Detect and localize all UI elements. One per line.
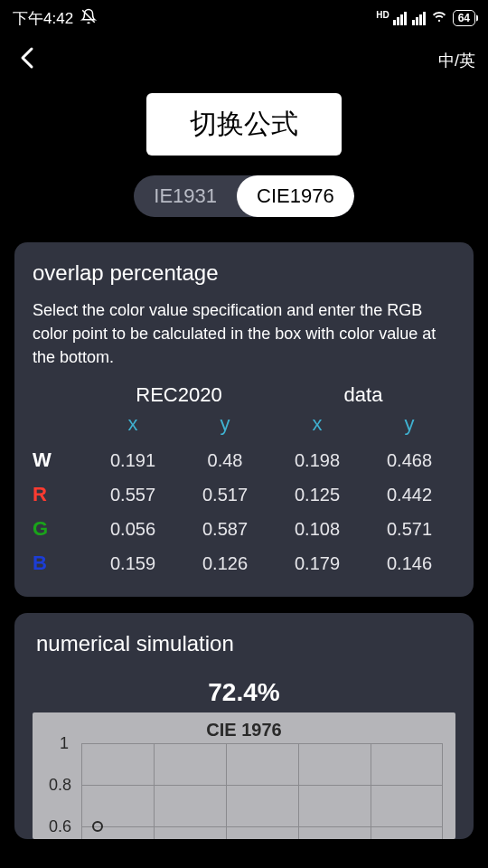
back-button[interactable] [13, 42, 42, 79]
cell: 0.191 [87, 450, 179, 471]
chart-grid [81, 743, 443, 839]
cell: 0.468 [363, 450, 455, 471]
y-tick-1: 1 [60, 734, 69, 753]
overlap-desc: Select the color value specification and… [33, 298, 455, 369]
cell: 0.108 [271, 519, 363, 540]
wifi-icon [431, 8, 447, 29]
table-xy-headers: x y x y [33, 412, 455, 436]
language-toggle[interactable]: 中/英 [438, 50, 475, 71]
dnd-icon [80, 8, 97, 29]
table-row: G 0.056 0.587 0.108 0.571 [33, 512, 455, 546]
signal-2-icon [412, 12, 426, 25]
status-right: HD 64 [376, 8, 475, 29]
hd-icon: HD [376, 10, 389, 20]
segment-cie1976[interactable]: CIE1976 [237, 175, 354, 217]
simulation-percent: 72.4% [33, 678, 455, 707]
cell: 0.517 [179, 485, 271, 505]
cell: 0.587 [179, 519, 271, 540]
group-b-title: data [271, 383, 455, 407]
row-label-r: R [33, 483, 87, 506]
switch-formula-button[interactable]: 切换公式 [146, 93, 342, 156]
signal-1-icon [393, 12, 407, 25]
col-a-y: y [179, 412, 271, 436]
row-label-g: G [33, 517, 87, 541]
cell: 0.557 [87, 485, 179, 505]
cell: 0.126 [179, 553, 271, 574]
status-left: 下午4:42 [13, 8, 97, 29]
table-row: W 0.191 0.48 0.198 0.468 [33, 443, 455, 477]
simulation-title: numerical simulation [33, 631, 455, 656]
segment-cie1931[interactable]: IE1931 [134, 175, 237, 217]
group-a-title: REC2020 [87, 383, 271, 407]
table-row: R 0.557 0.517 0.125 0.442 [33, 477, 455, 512]
cell: 0.198 [271, 450, 363, 471]
cell: 0.179 [271, 553, 363, 574]
col-a-x: x [87, 412, 179, 436]
col-b-y: y [363, 412, 455, 436]
simulation-card: numerical simulation 72.4% CIE 1976 1 0.… [14, 613, 474, 839]
status-bar: 下午4:42 HD 64 [0, 0, 488, 36]
col-b-x: x [271, 412, 363, 436]
nav-row: 中/英 [0, 36, 488, 88]
cell: 0.159 [87, 553, 179, 574]
chart-area: CIE 1976 1 0.8 0.6 [33, 712, 455, 839]
overlap-card: overlap percentage Select the color valu… [14, 242, 474, 597]
cell: 0.571 [363, 519, 455, 540]
y-tick-06: 0.6 [49, 817, 71, 836]
cell: 0.442 [363, 485, 455, 505]
overlap-title: overlap percentage [33, 260, 455, 286]
segment-control: IE1931 CIE1976 [134, 175, 353, 217]
row-label-w: W [33, 448, 87, 472]
chart-title: CIE 1976 [42, 720, 446, 741]
y-tick-08: 0.8 [49, 776, 71, 795]
cell: 0.056 [87, 519, 179, 540]
cell: 0.48 [179, 450, 271, 471]
status-time: 下午4:42 [13, 8, 73, 29]
cell: 0.146 [363, 553, 455, 574]
row-label-b: B [33, 552, 87, 575]
cell: 0.125 [271, 485, 363, 505]
table-row: B 0.159 0.126 0.179 0.146 [33, 546, 455, 580]
battery-icon: 64 [453, 10, 475, 26]
table-group-headers: REC2020 data [33, 383, 455, 407]
